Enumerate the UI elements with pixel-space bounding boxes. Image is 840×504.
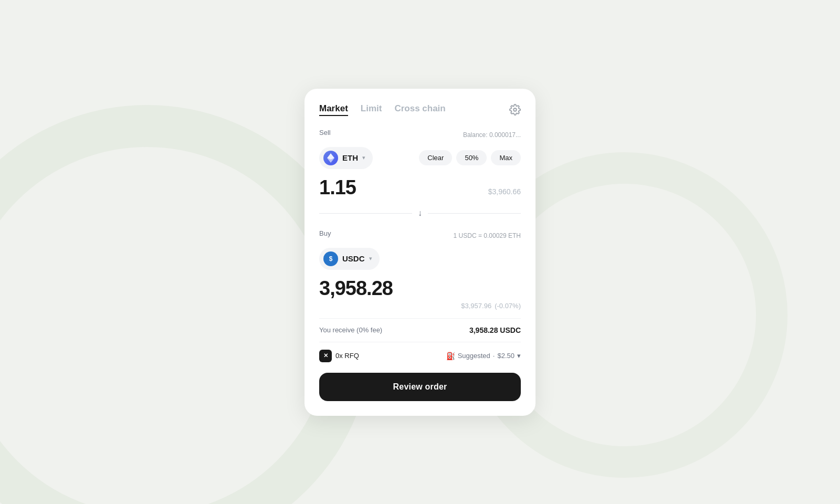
sell-label: Sell — [319, 129, 331, 136]
buy-chevron-icon: ▾ — [369, 255, 372, 262]
buy-token-name: USDC — [342, 254, 365, 263]
receive-row: You receive (0% fee) 3,958.28 USDC — [319, 318, 521, 342]
gas-value: $2.50 — [497, 352, 514, 360]
swap-arrow-icon[interactable]: ↓ — [412, 205, 428, 221]
gas-icon: ⛽ — [446, 352, 455, 360]
gas-label: Suggested — [458, 352, 490, 360]
receive-label: You receive (0% fee) — [319, 326, 382, 334]
max-button[interactable]: Max — [491, 150, 521, 165]
gas-chevron-icon: ▾ — [517, 352, 521, 360]
usdc-icon: $ — [323, 251, 338, 266]
tab-limit[interactable]: Limit — [361, 103, 382, 116]
sell-action-buttons: Clear 50% Max — [419, 150, 521, 165]
buy-token-selector[interactable]: $ USDC ▾ — [319, 248, 380, 270]
buy-label: Buy — [319, 229, 331, 237]
buy-usd-row: $3,957.96 (-0.07%) — [319, 302, 521, 310]
buy-amount-row: 3,958.28 — [319, 277, 521, 300]
sell-chevron-icon: ▾ — [362, 154, 365, 161]
eth-icon — [323, 151, 338, 165]
buy-amount: 3,958.28 — [319, 277, 393, 300]
buy-usd-value: $3,957.96 — [461, 302, 491, 310]
sell-usd-value: $3,960.66 — [488, 187, 521, 196]
receive-value: 3,958.28 USDC — [469, 326, 521, 334]
half-button[interactable]: 50% — [456, 150, 487, 165]
provider-name: 0x RFQ — [335, 352, 359, 360]
provider-row: ✕ 0x RFQ ⛽ Suggested · $2.50 ▾ — [319, 350, 521, 362]
provider-badge: ✕ 0x RFQ — [319, 350, 359, 362]
review-order-button[interactable]: Review order — [319, 373, 521, 401]
buy-change: (-0.07%) — [495, 302, 521, 310]
clear-button[interactable]: Clear — [419, 150, 452, 165]
sell-amount-row: 1.15 $3,960.66 — [319, 176, 521, 199]
sell-balance: Balance: 0.000017... — [463, 131, 521, 139]
buy-token-row: $ USDC ▾ — [319, 248, 521, 270]
settings-icon[interactable] — [509, 104, 521, 116]
tab-bar: Market Limit Cross chain — [319, 103, 521, 116]
exchange-rate: 1 USDC = 0.00029 ETH — [454, 232, 521, 239]
buy-section: Buy 1 USDC = 0.00029 ETH $ USDC ▾ 3,958.… — [319, 229, 521, 310]
gas-info[interactable]: ⛽ Suggested · $2.50 ▾ — [446, 352, 521, 360]
sell-token-name: ETH — [342, 153, 358, 162]
tab-cross-chain[interactable]: Cross chain — [394, 103, 445, 116]
svg-point-0 — [513, 108, 517, 111]
sell-amount: 1.15 — [319, 176, 356, 199]
swap-direction-divider: ↓ — [319, 205, 521, 221]
sell-token-row: ETH ▾ Clear 50% Max — [319, 147, 521, 169]
sell-token-selector[interactable]: ETH ▾ — [319, 147, 373, 169]
tab-market[interactable]: Market — [319, 103, 348, 116]
sell-section: Sell Balance: 0.000017... ETH ▾ Clear 50… — [319, 129, 521, 199]
gas-separator: · — [493, 352, 495, 360]
provider-icon: ✕ — [319, 350, 332, 362]
swap-card: Market Limit Cross chain Sell Balance: 0… — [304, 89, 536, 416]
